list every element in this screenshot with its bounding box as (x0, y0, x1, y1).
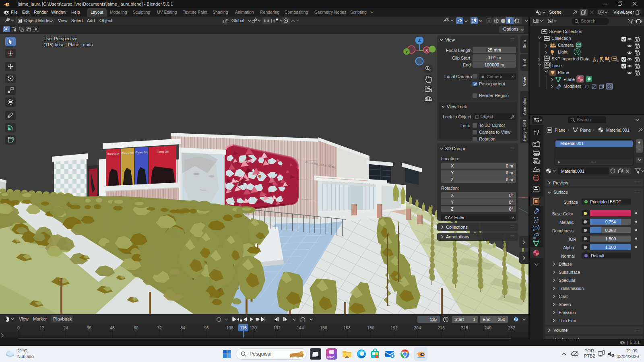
svg-text:3: 3 (617, 59, 619, 63)
svg-text:1K: 1K (600, 59, 604, 63)
svg-text:Y: Y (405, 50, 408, 54)
svg-text:X: X (425, 48, 428, 52)
svg-text:431: 431 (592, 59, 598, 63)
svg-text:iTunes Gift: iTunes Gift (122, 152, 134, 155)
svg-text:iTunes Gift: iTunes Gift (135, 151, 147, 154)
svg-text:4: 4 (609, 59, 611, 63)
svg-text:iTunes Gift: iTunes Gift (107, 153, 119, 155)
svg-text:Z: Z (418, 38, 421, 43)
svg-text:iTunes Gift: iTunes Gift (157, 150, 169, 153)
